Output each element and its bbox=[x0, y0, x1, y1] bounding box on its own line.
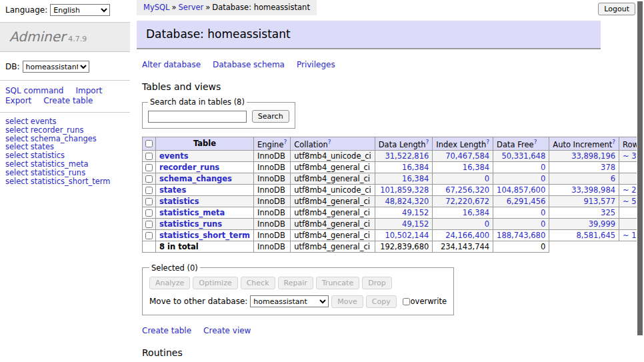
cell-index-length-link[interactable]: 72,220,672 bbox=[445, 197, 489, 206]
search-input[interactable] bbox=[148, 111, 247, 123]
logout-button[interactable]: Logout bbox=[598, 3, 635, 15]
cell-auto-increment-link[interactable]: 6 bbox=[611, 174, 615, 183]
cell-engine: InnoDB bbox=[254, 173, 291, 184]
table-link-states[interactable]: states bbox=[159, 185, 186, 195]
cell-auto-increment-link[interactable]: 33,898,196 bbox=[571, 151, 615, 161]
total-value: 0 bbox=[493, 241, 549, 252]
link-database-schema[interactable]: Database schema bbox=[213, 60, 285, 69]
link-alter-database[interactable]: Alter database bbox=[142, 60, 201, 69]
row-checkbox[interactable] bbox=[145, 164, 153, 171]
table-link-statistics[interactable]: statistics bbox=[159, 197, 199, 206]
cell-index-length-link[interactable]: 70,467,584 bbox=[445, 151, 489, 161]
breadcrumb: MySQL»Server»Database: homeassistant bbox=[137, 0, 317, 15]
cell-auto-increment-link[interactable]: 39,999 bbox=[589, 219, 615, 229]
link-import[interactable]: Import bbox=[75, 86, 102, 95]
cell-auto-increment-link[interactable]: 8,581,645 bbox=[577, 231, 616, 240]
help-icon[interactable]: ? bbox=[486, 139, 489, 145]
help-icon[interactable]: ? bbox=[283, 139, 287, 145]
cell-data-length-link[interactable]: 49,152 bbox=[402, 219, 429, 229]
row-checkbox[interactable] bbox=[145, 221, 153, 228]
move-db-select[interactable]: homeassistant bbox=[250, 295, 329, 307]
sidebar-select-statistics-meta[interactable]: select statistics_meta bbox=[5, 160, 125, 169]
cell-data-length-link[interactable]: 101,859,328 bbox=[380, 185, 429, 195]
move-button[interactable]: Move bbox=[331, 295, 363, 308]
help-icon[interactable]: ? bbox=[426, 139, 429, 145]
truncate-button[interactable]: Truncate bbox=[316, 277, 359, 289]
copy-button[interactable]: Copy bbox=[366, 295, 397, 308]
repair-button[interactable]: Repair bbox=[278, 277, 313, 289]
table-row: schema_changesInnoDButf8mb4_general_ci16… bbox=[143, 173, 644, 184]
table-link-statistics-short-term[interactable]: statistics_short_term bbox=[159, 231, 250, 240]
link-create-table[interactable]: Create table bbox=[142, 326, 191, 335]
row-checkbox[interactable] bbox=[145, 232, 153, 239]
cell-collation: utf8mb4_general_ci bbox=[291, 229, 375, 241]
search-legend: Search data in tables (8) bbox=[148, 97, 247, 107]
help-icon[interactable]: ? bbox=[612, 139, 615, 145]
cell-index-length-link[interactable]: 16,384 bbox=[463, 163, 489, 172]
cell-index-length-link[interactable]: 24,166,400 bbox=[445, 231, 489, 240]
sidebar-select-statistics-short-term[interactable]: select statistics_short_term bbox=[5, 177, 125, 186]
totals-row: 8 in totalInnoDButf8mb4_general_ci192,83… bbox=[143, 241, 644, 252]
table-link-statistics-meta[interactable]: statistics_meta bbox=[159, 208, 225, 217]
cell-data-length-link[interactable]: 31,522,816 bbox=[385, 151, 429, 161]
main-area: MySQL»Server»Database: homeassistant Dat… bbox=[137, 0, 601, 362]
cell-index-length-link[interactable]: 0 bbox=[485, 219, 489, 229]
check-button[interactable]: Check bbox=[241, 277, 275, 289]
cell-data-free-link[interactable]: 0 bbox=[541, 174, 545, 183]
drop-button[interactable]: Drop bbox=[362, 277, 391, 289]
cell-data-free-link[interactable]: 50,331,648 bbox=[501, 151, 545, 161]
cell-data-length-link[interactable]: 49,152 bbox=[402, 208, 429, 217]
row-checkbox[interactable] bbox=[145, 175, 153, 183]
cell-data-free-link[interactable]: 0 bbox=[541, 208, 545, 217]
sidebar-select-events[interactable]: select events bbox=[5, 117, 125, 126]
help-icon[interactable]: ? bbox=[534, 139, 537, 145]
help-icon[interactable]: ? bbox=[328, 139, 331, 145]
link-create-view[interactable]: Create view bbox=[203, 326, 251, 335]
cell-auto-increment-link[interactable]: 325 bbox=[601, 208, 615, 217]
cell-data-free-link[interactable]: 0 bbox=[541, 163, 545, 172]
overwrite-checkbox[interactable] bbox=[403, 298, 410, 305]
analyze-button[interactable]: Analyze bbox=[149, 277, 190, 289]
cell-index-length-link[interactable]: 67,256,320 bbox=[445, 185, 489, 195]
sidebar: Language:English Adminer4.7.9 DB:homeass… bbox=[0, 0, 130, 190]
search-button[interactable]: Search bbox=[252, 110, 289, 123]
breadcrumb-server[interactable]: Server bbox=[179, 3, 204, 12]
cell-index-length-link[interactable]: 16,384 bbox=[463, 208, 489, 217]
cell-auto-increment-link[interactable]: 378 bbox=[601, 163, 615, 172]
row-checkbox[interactable] bbox=[145, 153, 153, 160]
row-checkbox[interactable] bbox=[145, 198, 153, 205]
vertical-scrollbar[interactable] bbox=[637, 0, 644, 362]
cell-data-length-link[interactable]: 10,502,144 bbox=[385, 231, 429, 240]
sidebar-select-statistics-runs[interactable]: select statistics_runs bbox=[5, 169, 125, 177]
row-checkbox[interactable] bbox=[145, 209, 153, 217]
optimize-button[interactable]: Optimize bbox=[193, 277, 237, 289]
link-export[interactable]: Export bbox=[5, 96, 31, 105]
cell-data-free-link[interactable]: 188,743,680 bbox=[497, 231, 545, 240]
cell-engine: InnoDB bbox=[254, 161, 291, 173]
cell-auto-increment-link[interactable]: 913,577 bbox=[583, 197, 615, 206]
cell-index-length-link[interactable]: 0 bbox=[485, 174, 489, 183]
cell-auto-increment-link[interactable]: 33,398,984 bbox=[571, 185, 615, 195]
table-link-statistics-runs[interactable]: statistics_runs bbox=[159, 219, 222, 229]
cell-engine: InnoDB bbox=[254, 150, 291, 161]
table-link-recorder-runs[interactable]: recorder_runs bbox=[159, 163, 219, 172]
sidebar-select-recorder-runs[interactable]: select recorder_runs bbox=[5, 126, 125, 135]
link-privileges[interactable]: Privileges bbox=[297, 60, 335, 69]
language-select[interactable]: English bbox=[50, 4, 110, 16]
cell-collation: utf8mb4_unicode_ci bbox=[291, 150, 375, 161]
table-link-schema-changes[interactable]: schema_changes bbox=[159, 174, 232, 183]
breadcrumb-mysql[interactable]: MySQL bbox=[143, 3, 170, 12]
cell-data-free-link[interactable]: 0 bbox=[541, 219, 545, 229]
link-create-table[interactable]: Create table bbox=[43, 96, 93, 105]
cell-data-length-link[interactable]: 16,384 bbox=[402, 163, 429, 172]
row-checkbox[interactable] bbox=[145, 187, 153, 194]
table-link-events[interactable]: events bbox=[159, 151, 189, 161]
cell-data-length-link[interactable]: 16,384 bbox=[402, 174, 429, 183]
scrollbar-thumb[interactable] bbox=[637, 1, 643, 335]
cell-data-free-link[interactable]: 6,291,456 bbox=[507, 197, 546, 206]
cell-data-free-link[interactable]: 104,857,600 bbox=[497, 185, 545, 195]
select-all-checkbox[interactable] bbox=[145, 140, 153, 147]
cell-data-length-link[interactable]: 48,824,320 bbox=[385, 197, 429, 206]
link-sql-command[interactable]: SQL command bbox=[5, 86, 63, 95]
db-select[interactable]: homeassistant bbox=[23, 61, 89, 73]
